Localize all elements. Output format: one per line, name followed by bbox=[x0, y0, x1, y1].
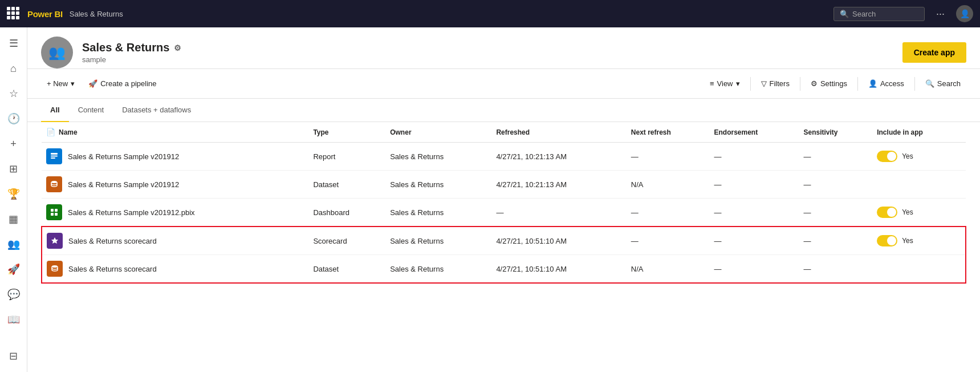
create-app-button[interactable]: Create app bbox=[902, 42, 966, 63]
sidebar-bottom-icon[interactable]: ⊟ bbox=[2, 345, 25, 367]
cell-refreshed: 4/27/21, 10:21:13 AM bbox=[491, 171, 626, 199]
sidebar-learn-icon[interactable]: 🏆 bbox=[2, 183, 25, 205]
table-header-row: 📄Name Type Owner Refreshed Next refresh … bbox=[42, 122, 966, 143]
toggle-cell: Yes bbox=[877, 151, 961, 162]
item-name-text: Sales & Returns Sample v201912.pbix bbox=[68, 208, 195, 217]
workspace-info: Sales & Returns ⚙ sample bbox=[82, 41, 902, 64]
sidebar-chat-icon[interactable]: 💬 bbox=[2, 283, 25, 306]
toolbar-divider-1 bbox=[750, 77, 751, 91]
col-header-include-in-app: Include in app bbox=[872, 122, 966, 143]
item-name-text: Sales & Returns scorecard bbox=[68, 237, 157, 245]
sidebar-home-icon[interactable]: ⌂ bbox=[2, 57, 25, 80]
search-toolbar-label: Search bbox=[937, 79, 961, 88]
sidebar-create-icon[interactable]: + bbox=[2, 132, 25, 155]
include-app-toggle[interactable] bbox=[877, 235, 897, 246]
filter-icon: ▽ bbox=[761, 79, 767, 88]
app-grid-icon[interactable] bbox=[7, 7, 21, 21]
global-search-box[interactable]: 🔍 Search bbox=[833, 7, 925, 21]
cell-sensitivity: — bbox=[799, 227, 872, 255]
yes-label: Yes bbox=[902, 152, 913, 160]
col-header-owner: Owner bbox=[385, 122, 491, 143]
cell-include-in-app bbox=[872, 255, 966, 284]
items-table: 📄Name Type Owner Refreshed Next refresh … bbox=[41, 122, 966, 284]
svg-rect-6 bbox=[51, 213, 54, 216]
cell-owner: Sales & Returns bbox=[385, 171, 491, 199]
cell-owner: Sales & Returns bbox=[385, 199, 491, 227]
cell-name: Sales & Returns Sample v201912 bbox=[42, 143, 308, 171]
table-row[interactable]: Sales & Returns Sample v201912 ReportSal… bbox=[42, 143, 966, 171]
workspace-header: 👥 Sales & Returns ⚙ sample Create app bbox=[27, 27, 980, 69]
workspace-name-text: Sales & Returns bbox=[82, 41, 169, 54]
svg-point-8 bbox=[52, 265, 58, 268]
cell-endorsement: — bbox=[709, 171, 799, 199]
new-button-label: + New bbox=[47, 79, 68, 88]
sidebar-hamburger-icon[interactable]: ☰ bbox=[2, 32, 25, 55]
cell-next-refresh: N/A bbox=[627, 171, 710, 199]
table-row[interactable]: Sales & Returns scorecard ScorecardSales… bbox=[42, 227, 966, 255]
cell-next-refresh: — bbox=[627, 143, 710, 171]
toolbar-divider-4 bbox=[914, 77, 915, 91]
cell-refreshed: — bbox=[491, 199, 626, 227]
sidebar-people-icon[interactable]: 👥 bbox=[2, 233, 25, 256]
settings-icon: ⚙ bbox=[811, 79, 818, 88]
toggle-knob bbox=[887, 236, 896, 245]
view-button[interactable]: ≡ View ▾ bbox=[704, 76, 746, 91]
toolbar-divider-3 bbox=[857, 77, 858, 91]
table-row[interactable]: Sales & Returns Sample v201912.pbix Dash… bbox=[42, 199, 966, 227]
left-sidebar: ☰ ⌂ ☆ 🕐 + ⊞ 🏆 ▦ 👥 🚀 💬 📖 ⊟ bbox=[0, 27, 27, 372]
new-button[interactable]: + New ▾ bbox=[41, 76, 80, 91]
cell-name: Sales & Returns scorecard bbox=[42, 227, 308, 255]
filters-label: Filters bbox=[770, 79, 790, 88]
cell-next-refresh: N/A bbox=[627, 255, 710, 284]
cell-refreshed: 4/27/21, 10:51:10 AM bbox=[491, 227, 626, 255]
search-button[interactable]: 🔍 Search bbox=[920, 76, 966, 91]
col-header-next-refresh: Next refresh bbox=[627, 122, 710, 143]
table-row[interactable]: Sales & Returns Sample v201912 DatasetSa… bbox=[42, 171, 966, 199]
sidebar-recent-icon[interactable]: 🕐 bbox=[2, 107, 25, 130]
table-row[interactable]: Sales & Returns scorecard DatasetSales &… bbox=[42, 255, 966, 284]
new-chevron-icon: ▾ bbox=[71, 79, 75, 88]
dataset-icon bbox=[46, 176, 62, 192]
cell-name: Sales & Returns Sample v201912 bbox=[42, 171, 308, 199]
svg-rect-5 bbox=[55, 209, 58, 212]
filters-button[interactable]: ▽ Filters bbox=[755, 76, 795, 91]
tab-content[interactable]: Content bbox=[69, 99, 113, 122]
toolbar-right: ≡ View ▾ ▽ Filters ⚙ Settings 👤 Access 🔍 bbox=[704, 76, 966, 91]
workspace-settings-gear-icon[interactable]: ⚙ bbox=[174, 43, 181, 52]
workspace-breadcrumb: Sales & Returns bbox=[70, 10, 123, 18]
settings-button[interactable]: ⚙ Settings bbox=[805, 76, 853, 91]
include-app-toggle[interactable] bbox=[877, 151, 897, 162]
more-options-icon[interactable]: ··· bbox=[932, 6, 949, 22]
col-header-type: Type bbox=[308, 122, 385, 143]
toggle-cell: Yes bbox=[877, 235, 961, 246]
sidebar-catalog-icon[interactable]: 📖 bbox=[2, 308, 25, 331]
dashboard-icon bbox=[46, 204, 62, 220]
svg-point-3 bbox=[51, 181, 57, 183]
user-avatar[interactable]: 👤 bbox=[956, 5, 973, 22]
col-header-refreshed: Refreshed bbox=[491, 122, 626, 143]
tab-all[interactable]: All bbox=[41, 99, 69, 122]
sidebar-deploy-icon[interactable]: 🚀 bbox=[2, 258, 25, 281]
sidebar-apps-icon[interactable]: ⊞ bbox=[2, 157, 25, 180]
name-cell-content: Sales & Returns Sample v201912 bbox=[46, 148, 304, 164]
access-button[interactable]: 👤 Access bbox=[863, 76, 910, 91]
toggle-cell: Yes bbox=[877, 207, 961, 218]
name-cell-content: Sales & Returns Sample v201912.pbix bbox=[46, 204, 304, 220]
items-table-container: 📄Name Type Owner Refreshed Next refresh … bbox=[27, 122, 980, 284]
include-app-toggle[interactable] bbox=[877, 207, 897, 218]
cell-sensitivity: — bbox=[799, 171, 872, 199]
sidebar-favorites-icon[interactable]: ☆ bbox=[2, 82, 25, 105]
cell-owner: Sales & Returns bbox=[385, 227, 491, 255]
cell-sensitivity: — bbox=[799, 255, 872, 284]
tab-datasets[interactable]: Datasets + dataflows bbox=[113, 99, 200, 122]
yes-label: Yes bbox=[902, 237, 913, 245]
cell-name: Sales & Returns Sample v201912.pbix bbox=[42, 199, 308, 227]
cell-name: Sales & Returns scorecard bbox=[42, 255, 308, 284]
svg-rect-7 bbox=[55, 213, 58, 216]
cell-include-in-app: Yes bbox=[872, 143, 966, 171]
access-label: Access bbox=[880, 79, 904, 88]
sidebar-dashboards-icon[interactable]: ▦ bbox=[2, 208, 25, 231]
content-tabs: All Content Datasets + dataflows bbox=[27, 99, 980, 122]
name-cell-content: Sales & Returns Sample v201912 bbox=[46, 176, 304, 192]
create-pipeline-button[interactable]: 🚀 Create a pipeline bbox=[83, 76, 162, 91]
